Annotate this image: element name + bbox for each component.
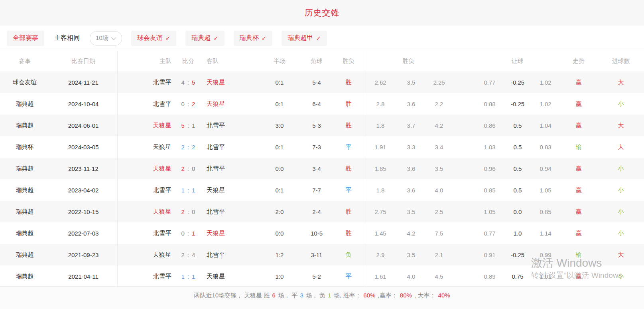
- win-odds-cell: 1.85: [364, 158, 397, 179]
- spacer-cell: [453, 244, 476, 265]
- corner-cell: 3-4: [300, 158, 333, 179]
- league-cell: 瑞典超: [0, 222, 49, 244]
- summary-segment: 1: [328, 292, 331, 299]
- filter-chip[interactable]: 瑞典超甲✓: [282, 31, 327, 46]
- handicap-odds-cell: 0.77: [476, 222, 504, 244]
- away-team: 北雪平: [201, 136, 259, 158]
- win-odds-cell: 2.5: [425, 201, 453, 222]
- handicap-odds-cell: 0.5: [504, 136, 532, 158]
- summary-segment: 场, 胜率：: [332, 292, 363, 299]
- column-header: 胜负: [364, 51, 453, 71]
- handicap-odds-cell: 0.85: [532, 201, 559, 222]
- away-goals: 2: [192, 144, 195, 151]
- win-odds-cell: 4.0: [397, 265, 425, 287]
- summary-bar: 两队近10场交锋， 天狼星 胜 6 场， 平 3 场， 负 1 场, 胜率： 6…: [0, 286, 644, 309]
- match-row: 瑞典杯2024-03-05天狼星2:2北雪平0:17-3平1.913.33.41…: [0, 136, 644, 158]
- half-score-cell: 2:0: [259, 201, 300, 222]
- half-score-cell: 0:1: [259, 93, 300, 115]
- summary-segment: 80%: [400, 292, 412, 299]
- handicap-odds-cell: 0.86: [476, 115, 504, 136]
- handicap-odds-cell: 1.02: [532, 93, 559, 115]
- filter-chip[interactable]: 瑞典超✓: [185, 31, 225, 46]
- goals-cell: 大: [598, 244, 644, 265]
- away-goals: 0: [192, 208, 195, 215]
- home-team: 天狼星: [117, 136, 175, 158]
- date-cell: 2024-11-21: [49, 71, 117, 93]
- league-cell: 瑞典超: [0, 265, 49, 287]
- score-colon: :: [187, 273, 189, 280]
- handicap-odds-cell: 1.05: [532, 179, 559, 201]
- match-row: 瑞典超2023-11-12天狼星2:0北雪平0:03-4胜1.853.63.50…: [0, 158, 644, 179]
- away-team: 北雪平: [201, 158, 259, 179]
- league-cell: 球会友谊: [0, 71, 49, 93]
- score-cell: 1:1: [175, 265, 201, 287]
- win-odds-cell: 1.45: [364, 222, 397, 244]
- home-team: 北雪平: [117, 71, 175, 93]
- goals-cell: 小: [598, 201, 644, 222]
- column-header: 客队: [201, 51, 259, 71]
- filter-chip[interactable]: 球会友谊✓: [131, 31, 177, 46]
- score-cell: 2:0: [175, 158, 201, 179]
- league-cell: 瑞典超: [0, 115, 49, 136]
- handicap-odds-cell: -0.25: [504, 93, 532, 115]
- match-count-select[interactable]: 10场: [90, 31, 122, 46]
- summary-segment: 40%: [438, 292, 450, 299]
- score-colon: :: [187, 187, 189, 194]
- away-team: 天狼星: [201, 179, 259, 201]
- score-colon: :: [187, 101, 189, 107]
- filter-chip[interactable]: 主客相同: [53, 31, 81, 46]
- corner-cell: 3-11: [300, 244, 333, 265]
- home-goals: 2: [181, 165, 185, 172]
- away-team: 北雪平: [201, 115, 259, 136]
- column-header: 比赛日期: [49, 51, 117, 71]
- check-icon: ✓: [262, 35, 267, 42]
- home-goals: 2: [181, 144, 185, 151]
- result-cell: 平: [333, 179, 364, 201]
- match-row: 瑞典超2024-10-04北雪平0:2天狼星0:16-4胜2.83.62.20.…: [0, 93, 644, 115]
- column-divider: [364, 51, 364, 287]
- goals-cell: 大: [598, 136, 644, 158]
- handicap-odds-cell: 1.14: [532, 222, 559, 244]
- away-team: 天狼星: [201, 265, 259, 287]
- home-team: 天狼星: [117, 158, 175, 179]
- summary-segment: 60%: [363, 292, 375, 299]
- win-odds-cell: 7.5: [425, 222, 453, 244]
- goals-cell: 小: [598, 222, 644, 244]
- match-row: 瑞典超2021-09-23天狼星2:4北雪平1:23-11负2.93.52.10…: [0, 244, 644, 265]
- win-odds-cell: 3.3: [397, 136, 425, 158]
- win-odds-cell: 1.8: [364, 115, 397, 136]
- away-goals: 2: [192, 101, 195, 107]
- result-cell: 胜: [333, 222, 364, 244]
- score-colon: :: [187, 144, 189, 151]
- spacer-cell: [453, 136, 476, 158]
- filter-chip[interactable]: 全部赛事: [7, 31, 44, 46]
- section-header: 历史交锋: [0, 0, 644, 26]
- handicap-odds-cell: 0.77: [476, 71, 504, 93]
- score-cell: 4:5: [175, 71, 201, 93]
- handicap-odds-cell: 0.94: [532, 158, 559, 179]
- trend-cell: 赢: [559, 222, 598, 244]
- away-goals: 4: [192, 252, 195, 258]
- win-odds-cell: 2.2: [425, 93, 453, 115]
- trend-cell: 输: [559, 136, 598, 158]
- match-row: 瑞典超2021-04-11北雪平1:1天狼星1:05-2平1.614.04.50…: [0, 265, 644, 287]
- handicap-odds-cell: 1.01: [532, 265, 559, 287]
- handicap-odds-cell: 0.5: [504, 158, 532, 179]
- away-goals: 1: [192, 122, 195, 129]
- corner-cell: 5-3: [300, 115, 333, 136]
- filter-chip[interactable]: 瑞典杯✓: [234, 31, 273, 46]
- home-goals: 4: [181, 79, 185, 86]
- away-team: 天狼星: [201, 222, 259, 244]
- corner-cell: 2-4: [300, 201, 333, 222]
- result-cell: 负: [333, 244, 364, 265]
- half-score-cell: 1:2: [259, 244, 300, 265]
- filter-bar: 全部赛事主客相同10场球会友谊✓瑞典超✓瑞典杯✓瑞典超甲✓: [0, 26, 644, 51]
- home-team: 天狼星: [117, 201, 175, 222]
- filter-chip-label: 瑞典杯: [240, 34, 259, 42]
- league-cell: 瑞典超: [0, 158, 49, 179]
- win-odds-cell: 1.8: [364, 179, 397, 201]
- filter-chip-label: 主客相同: [54, 34, 80, 42]
- match-row: 瑞典超2023-04-02北雪平1:1天狼星0:17-7平1.83.64.00.…: [0, 179, 644, 201]
- half-score-cell: 0:1: [259, 179, 300, 201]
- away-goals: 1: [192, 230, 195, 237]
